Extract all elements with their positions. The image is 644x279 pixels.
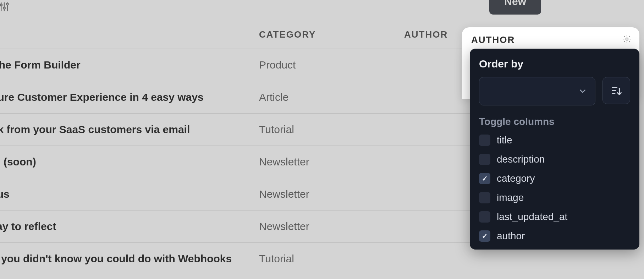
cell-category: Article [259, 81, 404, 114]
column-header-category[interactable]: CATEGORY [259, 21, 404, 49]
cell-title: ch again (soon) [0, 146, 259, 178]
toggle-column-author[interactable]: ✓author [479, 230, 630, 242]
checkbox[interactable]: ✓ [479, 173, 490, 184]
cell-category: Newsletter [259, 146, 404, 178]
sliders-icon[interactable] [0, 1, 10, 12]
column-settings-popover: AUTHOR Order by [462, 27, 639, 99]
cell-title: e things you didn't know you could do wi… [0, 243, 259, 275]
cell-category: Tutorial [259, 243, 404, 275]
order-by-select[interactable] [479, 77, 595, 105]
gear-icon[interactable] [622, 34, 632, 45]
cell-title [0, 275, 259, 279]
cell-category: Newsletter [259, 210, 404, 243]
cell-category: Newsletter [259, 178, 404, 210]
toggle-label-text: description [497, 154, 545, 165]
toggle-column-category[interactable]: ✓category [479, 173, 630, 184]
svg-point-5 [6, 3, 8, 5]
cell-title: new focus [0, 178, 259, 210]
toggle-column-description[interactable]: description [479, 154, 630, 165]
checkbox[interactable] [479, 192, 490, 203]
cell-title: feedback from your SaaS customers via em… [0, 114, 259, 146]
cell-category: Tutorial [259, 114, 404, 146]
checkbox[interactable] [479, 154, 490, 165]
cell-author [404, 275, 601, 279]
toggle-label-text: title [497, 135, 512, 146]
svg-point-1 [0, 4, 2, 6]
sort-descending-icon [610, 84, 622, 97]
cell-title: to measure Customer Experience in 4 easy… [0, 81, 259, 114]
order-by-label: Order by [479, 58, 630, 70]
sort-direction-button[interactable] [602, 77, 630, 104]
toggle-label-text: author [497, 230, 525, 242]
cell-title: time away to reflect [0, 210, 259, 243]
svg-point-3 [3, 7, 5, 9]
popover-header: AUTHOR [471, 34, 630, 45]
new-button[interactable]: New [489, 0, 541, 15]
check-icon: ✓ [482, 232, 488, 240]
toggle-label-text: last_updated_at [497, 211, 567, 223]
cell-title: ducing the Form Builder [0, 49, 259, 81]
cell-category [259, 275, 404, 279]
toggle-column-title[interactable]: title [479, 135, 630, 146]
svg-point-6 [626, 38, 628, 40]
toggle-label-text: image [497, 192, 524, 203]
toggle-columns-label: Toggle columns [479, 116, 630, 127]
toggle-label-text: category [497, 173, 535, 184]
column-header-title[interactable]: E [0, 21, 259, 49]
cell-category: Product [259, 49, 404, 81]
toggle-column-last_updated_at[interactable]: last_updated_at [479, 211, 630, 223]
chevron-down-icon [578, 87, 587, 96]
toggle-column-image[interactable]: image [479, 192, 630, 203]
check-icon: ✓ [482, 175, 488, 182]
checkbox[interactable] [479, 211, 490, 223]
table-row[interactable] [0, 275, 601, 279]
checkbox[interactable] [479, 135, 490, 146]
checkbox[interactable]: ✓ [479, 230, 490, 242]
